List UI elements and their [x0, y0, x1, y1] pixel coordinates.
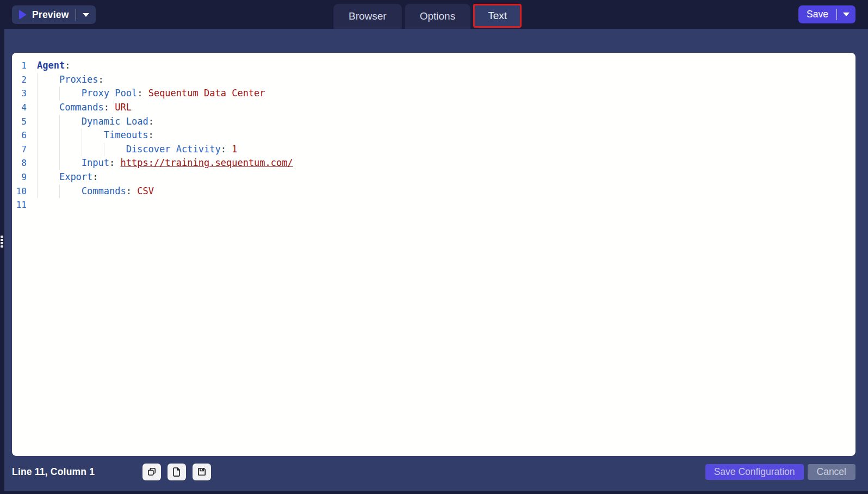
line-number: 11: [12, 198, 27, 212]
preview-button[interactable]: Preview: [12, 5, 76, 24]
indent-guide: [59, 87, 82, 101]
save-file-icon: [197, 467, 207, 477]
indent-guide: [37, 170, 59, 184]
preview-dropdown-button[interactable]: [76, 5, 96, 24]
config-action-buttons: Save Configuration Cancel: [705, 464, 855, 480]
new-file-icon: [172, 467, 182, 477]
top-toolbar: Preview BrowserOptionsText Save: [0, 0, 868, 29]
indent-guide: [37, 156, 59, 170]
indent-guide: [37, 87, 59, 101]
indent-guide: [37, 128, 59, 143]
save-file-button[interactable]: [193, 464, 211, 480]
chevron-down-icon: [843, 13, 850, 16]
code-token: :: [221, 143, 232, 157]
code-token: :: [148, 115, 154, 129]
code-token: 1: [232, 143, 237, 157]
indent-guide: [37, 73, 59, 87]
code-line[interactable]: 6Timeouts:: [12, 128, 855, 143]
save-configuration-button[interactable]: Save Configuration: [705, 464, 804, 480]
code-token: :: [137, 87, 148, 101]
code-token: Proxies: [59, 73, 98, 87]
indent-guide: [59, 156, 82, 170]
indent-guide: [37, 184, 59, 199]
save-button-group: Save: [798, 5, 855, 23]
indent-guide: [59, 184, 82, 199]
copy-button[interactable]: [142, 464, 161, 480]
new-file-button[interactable]: [168, 464, 186, 480]
indent-guide: [104, 143, 126, 157]
code-token: Commands: [59, 101, 104, 115]
code-token: Export: [59, 170, 92, 184]
code-token: :: [104, 101, 115, 115]
app-window: Preview BrowserOptionsText Save 1Agent:2…: [0, 0, 868, 494]
tab-options[interactable]: Options: [405, 4, 470, 29]
cursor-position-text: Line 11, Column 1: [12, 466, 95, 478]
indent-guide: [37, 101, 59, 115]
code-token: Input: [82, 156, 109, 170]
code-token: :: [148, 128, 154, 143]
save-button[interactable]: Save: [798, 5, 836, 23]
code-token: :: [126, 184, 137, 199]
indent-guide: [59, 128, 82, 143]
line-number: 3: [12, 87, 27, 101]
code-token: :: [98, 73, 104, 87]
view-tabs: BrowserOptionsText: [333, 4, 522, 29]
line-number: 5: [12, 115, 27, 129]
code-line[interactable]: 1Agent:: [12, 59, 855, 73]
editor-action-buttons: [142, 463, 211, 480]
code-line[interactable]: 10Commands: CSV: [12, 184, 855, 199]
indent-guide: [59, 143, 82, 157]
indent-guide: [59, 115, 82, 129]
code-line[interactable]: 5Dynamic Load:: [12, 115, 855, 129]
indent-guide: [37, 115, 59, 129]
cancel-button[interactable]: Cancel: [808, 464, 855, 480]
chevron-down-icon: [83, 13, 89, 17]
code-token: https://training.sequentum.com/: [120, 156, 293, 170]
copy-icon: [147, 467, 157, 477]
code-line[interactable]: 4Commands: URL: [12, 101, 855, 115]
line-number: 10: [12, 184, 27, 199]
code-token: Timeouts: [104, 128, 148, 143]
code-line[interactable]: 2Proxies:: [12, 73, 855, 87]
indent-guide: [82, 128, 104, 143]
panel-resize-handle[interactable]: [1, 236, 4, 248]
code-line[interactable]: 3Proxy Pool: Sequentum Data Center: [12, 87, 855, 101]
code-line[interactable]: 7Discover Activity: 1: [12, 143, 855, 157]
code-token: CSV: [137, 184, 154, 199]
code-token: Sequentum Data Center: [148, 87, 265, 101]
line-number: 1: [12, 59, 27, 73]
code-token: :: [92, 170, 98, 184]
code-token: Proxy Pool: [82, 87, 137, 101]
play-icon: [19, 10, 27, 20]
code-token: Dynamic Load: [82, 115, 148, 129]
code-token: Discover Activity: [126, 143, 221, 157]
indent-guide: [82, 143, 104, 157]
code-editor[interactable]: 1Agent:2Proxies:3Proxy Pool: Sequentum D…: [12, 53, 855, 456]
preview-button-group: Preview: [12, 5, 96, 24]
code-token: :: [65, 59, 70, 73]
status-bar: Line 11, Column 1 Save Configuration Can…: [12, 463, 855, 480]
code-line[interactable]: 11: [12, 198, 855, 212]
line-number: 6: [12, 128, 27, 143]
code-token: Commands: [82, 184, 126, 199]
line-number: 4: [12, 101, 27, 115]
line-number: 9: [12, 170, 27, 184]
code-line[interactable]: 9Export:: [12, 170, 855, 184]
line-number: 8: [12, 156, 27, 170]
tab-browser[interactable]: Browser: [333, 4, 402, 29]
text-view-panel: 1Agent:2Proxies:3Proxy Pool: Sequentum D…: [4, 29, 868, 491]
code-token: URL: [115, 101, 132, 115]
code-token: Agent: [37, 59, 65, 73]
line-number: 7: [12, 143, 27, 157]
code-content: 1Agent:2Proxies:3Proxy Pool: Sequentum D…: [12, 53, 855, 212]
indent-guide: [37, 143, 59, 157]
preview-button-label: Preview: [32, 9, 69, 21]
code-line[interactable]: 8Input: https://training.sequentum.com/: [12, 156, 855, 170]
line-number: 2: [12, 73, 27, 87]
code-token: :: [109, 156, 120, 170]
tab-text[interactable]: Text: [473, 4, 522, 28]
save-dropdown-button[interactable]: [837, 5, 855, 23]
